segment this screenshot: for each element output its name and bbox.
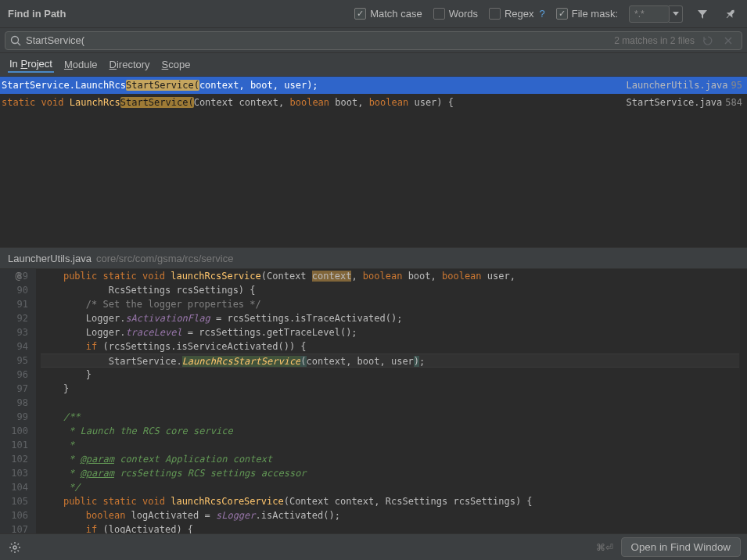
file-mask-input[interactable]	[629, 5, 670, 23]
preview-header: LauncherUtils.java core/src/com/gsma/rcs…	[0, 247, 747, 269]
result-line: 95	[731, 80, 742, 91]
regex-help-link[interactable]: ?	[540, 8, 545, 20]
dialog-title: Find in Path	[8, 8, 354, 20]
tab-scope[interactable]: Scope	[160, 57, 192, 72]
header-bar: Find in Path Match case Words Regex ? Fi…	[0, 0, 747, 28]
file-mask-dropdown[interactable]	[669, 5, 683, 23]
filter-icon[interactable]	[694, 5, 711, 23]
regex-checkbox[interactable]	[489, 8, 501, 20]
history-icon[interactable]	[699, 32, 716, 49]
tab-module[interactable]: Module	[63, 57, 99, 72]
preview-path: core/src/com/gsma/rcs/service	[96, 253, 234, 264]
svg-point-0	[12, 36, 19, 43]
match-case-option[interactable]: Match case	[354, 8, 422, 20]
open-find-window-button[interactable]: Open in Find Window	[621, 537, 741, 557]
footer: ⌘⏎ Open in Find Window	[0, 533, 747, 560]
search-container: 2 matches in 2 files	[5, 31, 742, 50]
regex-option[interactable]: Regex ?	[489, 8, 545, 20]
result-file: StartService.java	[626, 97, 722, 108]
result-row[interactable]: static void LaunchRcsStartService(Contex…	[0, 94, 747, 111]
words-checkbox[interactable]	[433, 8, 445, 20]
close-icon[interactable]	[720, 32, 737, 49]
match-case-checkbox[interactable]	[354, 8, 366, 20]
svg-line-1	[18, 42, 21, 45]
search-row: 2 matches in 2 files	[0, 28, 747, 53]
regex-label: Regex	[505, 8, 534, 20]
words-option[interactable]: Words	[433, 8, 478, 20]
result-line: 584	[725, 97, 742, 108]
search-icon	[10, 35, 21, 46]
match-status: 2 matches in 2 files	[614, 35, 695, 46]
code-preview[interactable]: 8990919293949596979899100101102103104105…	[0, 269, 747, 537]
pin-icon[interactable]	[722, 5, 739, 23]
scrollbar[interactable]	[739, 269, 747, 537]
gutter-change-marker: @	[0, 269, 36, 283]
gear-icon[interactable]	[6, 539, 23, 556]
scope-tabs: In Project Module Directory Scope	[0, 53, 747, 77]
file-mask-checkbox[interactable]	[556, 8, 568, 20]
match-case-label: Match case	[370, 8, 422, 20]
tab-in-project[interactable]: In Project	[8, 56, 54, 73]
preview-filename: LauncherUtils.java	[8, 253, 92, 264]
file-mask-option[interactable]: File mask:	[556, 8, 618, 20]
shortcut-hint: ⌘⏎	[596, 542, 613, 553]
results-list: StartService.LaunchRcsStartService(conte…	[0, 77, 747, 247]
tab-directory[interactable]: Directory	[108, 57, 152, 72]
words-label: Words	[449, 8, 478, 20]
result-row[interactable]: StartService.LaunchRcsStartService(conte…	[0, 77, 747, 94]
file-mask-label: File mask:	[572, 8, 618, 20]
search-input[interactable]	[26, 34, 608, 46]
svg-point-4	[13, 546, 16, 549]
result-file: LauncherUtils.java	[627, 80, 728, 91]
